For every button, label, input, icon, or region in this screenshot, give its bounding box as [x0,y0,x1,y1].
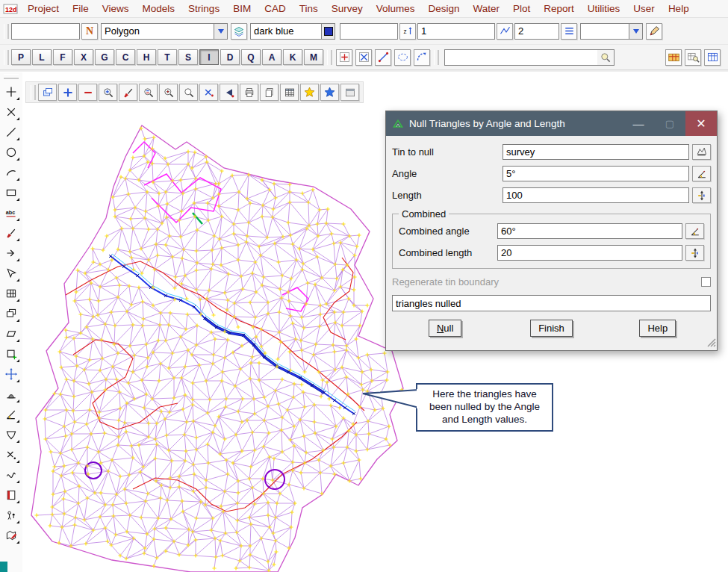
fkey-f[interactable]: F [53,49,72,65]
fkey-x[interactable]: X [74,49,93,65]
menu-design[interactable]: Design [422,3,467,14]
pick-tool-icon[interactable] [2,264,20,282]
name-box-button[interactable]: N [81,23,98,40]
fkey-q[interactable]: Q [241,49,261,65]
menu-utilities[interactable]: Utilities [581,3,627,14]
drawing-canvas[interactable]: Null Triangles by Angle and Length — ▢ ✕… [22,72,728,572]
snap-arc-icon[interactable] [414,49,430,66]
rectangle-tool-icon[interactable] [2,184,20,202]
finish-button[interactable]: Finish [530,320,573,337]
view-window-icon[interactable] [340,84,359,101]
zoom-previous-icon[interactable] [159,84,178,101]
tin-select-icon[interactable] [692,144,711,160]
chainage-input[interactable] [580,23,629,40]
length-pick-icon[interactable] [692,187,711,203]
fkey-m[interactable]: M [304,49,323,65]
menu-volumes[interactable]: Volumes [370,3,422,14]
arc-tool-icon[interactable] [2,164,20,181]
fkey-t[interactable]: T [158,49,177,65]
angle-tool-icon[interactable] [2,405,20,423]
colour-input[interactable] [250,23,322,40]
toolbar-grip[interactable] [4,24,9,39]
pan-tool-icon[interactable] [2,83,20,101]
angle-pick-icon[interactable] [692,166,711,181]
combined-length-pick-icon[interactable] [685,245,704,261]
pen-icon[interactable] [646,23,662,40]
find-model-icon[interactable] [685,49,701,66]
weight-field[interactable] [417,23,495,40]
move-tool-icon[interactable] [2,365,20,383]
snap-intersection-icon[interactable] [355,49,372,66]
zoom-extents-icon[interactable] [58,84,77,101]
menu-file[interactable]: File [66,3,96,14]
parallelogram-tool-icon[interactable] [2,325,20,343]
z-value-icon[interactable]: z [399,23,416,40]
sheet-grid-icon[interactable] [280,84,299,101]
minimize-icon[interactable]: — [623,111,654,136]
line-tool-icon[interactable] [2,123,20,141]
brush-tool-icon[interactable] [2,224,20,242]
tin-edit-tool-icon[interactable] [2,526,20,544]
close-icon[interactable]: ✕ [685,111,717,136]
circle-tool-icon[interactable] [2,143,20,161]
text-tool-icon[interactable]: abc [2,204,20,222]
menu-models[interactable]: Models [136,3,182,14]
fkey-l[interactable]: L [32,49,52,65]
zoom-in-icon[interactable] [99,84,117,101]
menu-views[interactable]: Views [96,3,136,14]
shrink-icon[interactable] [78,84,97,101]
snap-line-icon[interactable] [375,49,391,66]
combined-angle-pick-icon[interactable] [685,223,704,239]
search-input[interactable] [444,49,615,66]
mode-dropdown-icon[interactable] [214,23,228,40]
tin-to-null-input[interactable] [503,144,689,160]
delete-point-tool-icon[interactable] [2,446,20,464]
toolbar-grip[interactable] [4,74,19,79]
breakline-icon[interactable] [497,23,513,40]
menu-survey[interactable]: Survey [325,3,370,14]
fkey-d[interactable]: D [220,49,240,65]
menu-cad[interactable]: CAD [258,3,293,14]
favourite-star-yellow-icon[interactable] [300,84,319,101]
toolbar-grip[interactable] [327,50,332,65]
delete-tool-icon[interactable] [2,103,20,121]
windows-tool-icon[interactable] [2,305,20,323]
fkey-a[interactable]: A [262,49,281,65]
fkey-i[interactable]: I [199,49,219,65]
toolbar-grip[interactable] [434,50,439,65]
angle-input[interactable] [503,166,689,181]
toolbar-grip[interactable] [31,85,36,100]
null-button[interactable]: Null [429,320,461,337]
fkey-p[interactable]: P [11,49,31,65]
tin-field[interactable] [340,23,398,40]
length-input[interactable] [503,187,689,203]
menu-project[interactable]: Project [21,3,66,14]
help-button[interactable]: Help [639,320,676,337]
mound-tool-icon[interactable] [2,385,20,403]
combined-angle-input[interactable] [497,223,682,239]
colour-swatch[interactable] [322,23,335,40]
fkey-g[interactable]: G [95,49,114,65]
menu-plot[interactable]: Plot [506,3,537,14]
fkey-c[interactable]: C [116,49,135,65]
menu-strings[interactable]: Strings [181,3,226,14]
maximize-icon[interactable]: ▢ [654,111,685,136]
search-icon[interactable] [597,50,614,65]
points-tool-icon[interactable] [2,506,20,524]
sheet-tool-icon[interactable] [2,486,20,504]
redraw-brush-icon[interactable] [119,84,137,101]
models-icon[interactable] [665,49,682,66]
status-message-field[interactable] [392,295,711,311]
linestyle-icon[interactable] [561,23,577,40]
dialog-titlebar[interactable]: Null Triangles by Angle and Length — ▢ ✕ [386,111,717,136]
boundary-tool-icon[interactable] [2,426,20,444]
fkey-k[interactable]: K [283,49,302,65]
layers-icon[interactable] [231,23,247,40]
snap-ellipse-icon[interactable] [394,49,411,66]
menu-tins[interactable]: Tins [293,3,325,14]
curve-tool-icon[interactable] [2,466,20,484]
chainage-dropdown-icon[interactable] [629,23,643,40]
fkey-h[interactable]: H [137,49,156,65]
magnify-icon[interactable] [179,84,198,101]
resize-grip[interactable] [706,337,716,349]
